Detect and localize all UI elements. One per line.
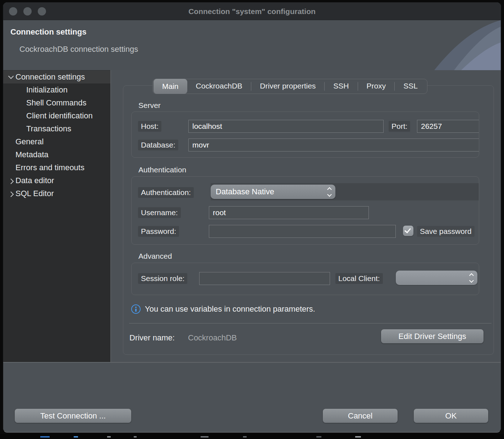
server-groupbox: Host: Port: Database: xyxy=(131,112,479,158)
sidebar-item-label: Transactions xyxy=(26,124,71,133)
sidebar-item-errors-and-timeouts[interactable]: Errors and timeouts xyxy=(3,161,110,174)
cancel-button[interactable]: Cancel xyxy=(323,409,398,423)
ok-button[interactable]: OK xyxy=(414,409,488,423)
authentication-groupbox: Authentication: Database Native Username… xyxy=(131,176,479,245)
database-label: Database: xyxy=(138,140,178,150)
driver-name-value: CockroachDB xyxy=(188,333,237,343)
driver-name-label: Driver name: xyxy=(129,333,175,343)
page-title: Connection settings xyxy=(10,27,86,37)
tab-ssh[interactable]: SSH xyxy=(325,79,357,94)
desktop-sliver-fragment xyxy=(107,436,111,438)
info-message: You can use variables in connection para… xyxy=(145,304,315,314)
sidebar-item-label: Shell Commands xyxy=(26,98,87,108)
advanced-section-label: Advanced xyxy=(138,252,172,261)
server-section-label: Server xyxy=(138,101,161,110)
authentication-section-label: Authentication xyxy=(138,166,186,174)
database-input[interactable] xyxy=(188,139,479,151)
advanced-groupbox: Session role: Local Client: xyxy=(131,263,479,295)
session-role-input[interactable] xyxy=(199,272,330,285)
desktop-sliver-fragment xyxy=(74,436,78,438)
tab-ssl[interactable]: SSL xyxy=(395,79,426,94)
username-input[interactable] xyxy=(209,206,369,219)
username-label: Username: xyxy=(138,207,181,218)
select-chevrons-icon xyxy=(470,274,473,282)
edit-driver-settings-button[interactable]: Edit Driver Settings xyxy=(381,329,484,343)
sidebar-item-label: Initialization xyxy=(26,85,68,95)
save-password-checkbox[interactable] xyxy=(403,226,413,236)
desktop-sliver-fragment xyxy=(201,436,209,438)
sidebar-tree: Connection settingsInitializationShell C… xyxy=(3,70,111,362)
session-role-label: Session role: xyxy=(138,273,187,284)
desktop-sliver-fragment xyxy=(355,436,361,438)
sidebar-item-label: Connection settings xyxy=(15,72,85,82)
password-label: Password: xyxy=(138,226,179,237)
host-label: Host: xyxy=(138,121,161,132)
desktop-sliver xyxy=(0,434,504,439)
desktop-sliver-fragment xyxy=(243,436,247,438)
tab-bar: MainCockroachDBDriver propertiesSSHProxy… xyxy=(152,79,427,94)
sidebar-item-shell-commands[interactable]: Shell Commands xyxy=(3,96,110,109)
authentication-select[interactable]: Database Native xyxy=(211,185,335,199)
dialog-body: Connection settingsInitializationShell C… xyxy=(3,70,501,363)
checkmark-icon xyxy=(404,227,411,234)
sidebar-item-label: SQL Editor xyxy=(15,189,54,198)
panel-divider xyxy=(129,323,491,323)
page-subtitle: CockroachDB connection settings xyxy=(19,45,138,54)
main-tab-panel: Server Host: Port: Database: Authenticat… xyxy=(123,85,494,355)
sidebar-item-label: Client identification xyxy=(26,111,93,121)
host-input[interactable] xyxy=(188,120,384,133)
tab-proxy[interactable]: Proxy xyxy=(358,79,395,94)
screen: Connection "system" configuration Connec… xyxy=(0,0,504,439)
sidebar-item-transactions[interactable]: Transactions xyxy=(3,122,110,135)
titlebar: Connection "system" configuration xyxy=(3,3,501,20)
local-client-label: Local Client: xyxy=(335,273,383,284)
save-password-label: Save password xyxy=(417,226,475,237)
sidebar-item-data-editor[interactable]: Data editor xyxy=(3,174,110,187)
chevron-down-icon[interactable] xyxy=(6,75,15,79)
select-chevrons-icon xyxy=(328,188,331,196)
port-input[interactable] xyxy=(417,120,479,133)
dialog-header: Connection settings CockroachDB connecti… xyxy=(3,20,501,70)
sidebar-item-initialization[interactable]: Initialization xyxy=(3,83,110,96)
sidebar-item-label: Data editor xyxy=(15,176,54,185)
sidebar-item-metadata[interactable]: Metadata xyxy=(3,148,110,161)
port-label: Port: xyxy=(389,121,410,132)
password-input[interactable] xyxy=(209,225,396,238)
authentication-select-value: Database Native xyxy=(216,187,274,196)
sidebar-item-label: Metadata xyxy=(15,150,49,159)
tab-cockroachdb[interactable]: CockroachDB xyxy=(187,79,251,94)
sidebar-item-label: Errors and timeouts xyxy=(15,163,84,172)
tab-driver-properties[interactable]: Driver properties xyxy=(251,79,324,94)
desktop-sliver-fragment xyxy=(40,436,50,438)
chevron-right-icon[interactable] xyxy=(6,192,15,196)
chevron-right-icon[interactable] xyxy=(6,179,15,183)
tab-main[interactable]: Main xyxy=(154,79,187,94)
sidebar-item-client-identification[interactable]: Client identification xyxy=(3,109,110,122)
authentication-label: Authentication: xyxy=(138,187,194,198)
local-client-select[interactable] xyxy=(396,271,477,285)
test-connection-button[interactable]: Test Connection ... xyxy=(15,409,131,423)
main-content: MainCockroachDBDriver propertiesSSHProxy… xyxy=(111,70,501,362)
sidebar-item-general[interactable]: General xyxy=(3,135,110,148)
desktop-sliver-fragment xyxy=(316,436,321,438)
desktop-sliver-fragment xyxy=(134,436,137,438)
sidebar-item-connection-settings[interactable]: Connection settings xyxy=(3,71,110,83)
connection-configuration-dialog: Connection "system" configuration Connec… xyxy=(3,2,501,433)
info-icon xyxy=(131,304,141,314)
window-title: Connection "system" configuration xyxy=(3,3,501,20)
sidebar-item-label: General xyxy=(15,137,43,146)
sidebar-item-sql-editor[interactable]: SQL Editor xyxy=(3,187,110,200)
decorative-swoosh xyxy=(400,20,501,70)
dialog-footer: Test Connection ... Cancel OK xyxy=(3,363,501,432)
